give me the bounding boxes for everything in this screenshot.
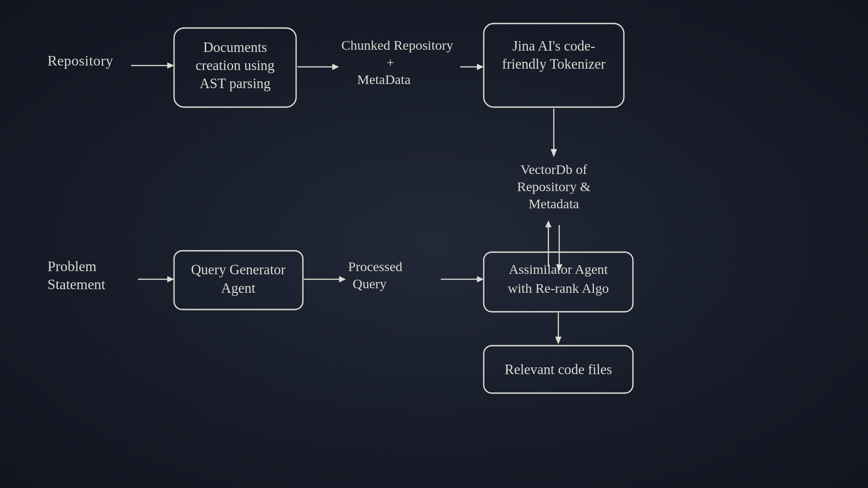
jina-text-line2: friendly Tokenizer	[502, 56, 606, 72]
arrowhead-repo-docs	[167, 62, 174, 69]
docs-creation-text-line3: AST parsing	[199, 75, 270, 91]
arrowhead-problem-query	[167, 276, 174, 282]
processed-label-line2: Query	[353, 276, 387, 291]
arrowhead-docs-chunked	[332, 64, 339, 70]
docs-creation-text-line1: Documents	[203, 39, 267, 55]
diagram-canvas: Repository Documents creation using AST …	[0, 0, 868, 488]
chunked-label-line1: Chunked Repository	[341, 38, 453, 52]
relevant-text: Relevant code files	[505, 361, 612, 377]
repository-label: Repository	[47, 52, 113, 69]
arrowhead-jina-vectordb	[551, 149, 557, 157]
arrowhead-processed-assimilator	[477, 276, 484, 282]
vectordb-label-line3: Metadata	[528, 196, 579, 211]
chunked-label-line2: +	[387, 55, 394, 70]
jina-text-line1: Jina AI's code-	[513, 38, 595, 54]
arrowhead-assimilator-relevant	[555, 337, 561, 344]
arrowhead-up-left	[545, 221, 552, 227]
query-gen-text-line1: Query Generator	[191, 262, 286, 277]
assimilator-text-line2: with Re-rank Algo	[508, 281, 609, 296]
processed-label-line1: Processed	[348, 259, 402, 274]
query-gen-text-line2: Agent	[221, 280, 255, 296]
vectordb-label-line1: VectorDb of	[520, 162, 587, 177]
docs-creation-text-line2: creation using	[196, 57, 275, 73]
flow-diagram: Repository Documents creation using AST …	[0, 0, 868, 488]
assimilator-text-line1: Assimilator Agent	[509, 262, 608, 277]
arrowhead-chunked-jina	[477, 64, 484, 70]
vectordb-label-line2: Repository &	[517, 179, 591, 194]
problem-label-line1: Problem	[47, 258, 97, 274]
arrowhead-query-processed	[339, 276, 346, 282]
problem-label-line2: Statement	[47, 276, 105, 292]
chunked-label-line3: MetaData	[357, 72, 410, 87]
